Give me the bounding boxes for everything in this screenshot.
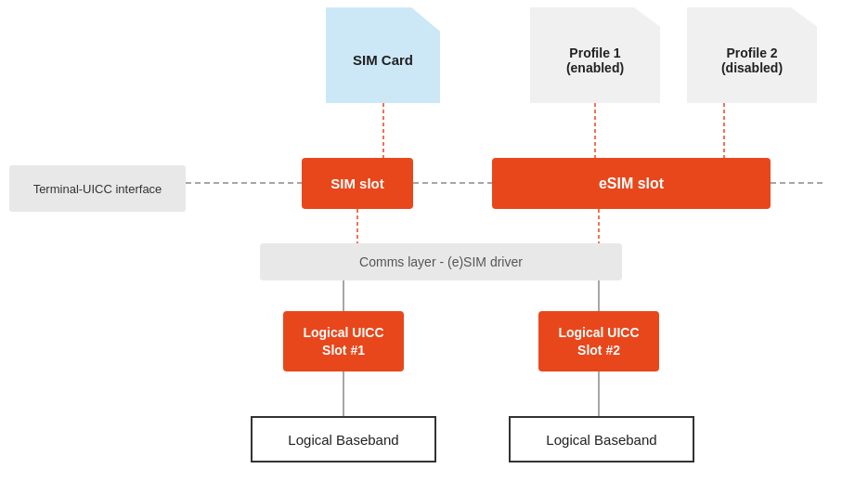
profile2-box: Profile 2(disabled) xyxy=(687,7,817,103)
sim-slot-box: SIM slot xyxy=(302,158,413,209)
logical-uicc-1-box: Logical UICCSlot #1 xyxy=(283,311,404,371)
comms-layer-label: Comms layer - (e)SIM driver xyxy=(359,254,523,269)
logical-baseband-1-label: Logical Baseband xyxy=(288,432,398,448)
logical-baseband-2-label: Logical Baseband xyxy=(546,432,656,448)
profile2-label: Profile 2(disabled) xyxy=(721,46,783,75)
logical-uicc-1-label: Logical UICCSlot #1 xyxy=(303,324,383,358)
esim-slot-box: eSIM slot xyxy=(492,158,771,209)
esim-slot-label: eSIM slot xyxy=(599,176,664,192)
logical-baseband-2-box: Logical Baseband xyxy=(509,416,694,462)
diagram-container: SIM Card Profile 1(enabled) Profile 2(di… xyxy=(0,0,868,482)
terminal-uicc-box: Terminal-UICC interface xyxy=(9,165,186,212)
sim-card-box: SIM Card xyxy=(326,7,440,103)
comms-layer-box: Comms layer - (e)SIM driver xyxy=(260,243,622,280)
logical-uicc-2-box: Logical UICCSlot #2 xyxy=(538,311,659,371)
logical-baseband-1-box: Logical Baseband xyxy=(251,416,436,462)
terminal-uicc-label: Terminal-UICC interface xyxy=(33,182,162,196)
profile1-box: Profile 1(enabled) xyxy=(530,7,660,103)
profile1-label: Profile 1(enabled) xyxy=(566,46,624,75)
logical-uicc-2-label: Logical UICCSlot #2 xyxy=(558,324,639,358)
sim-card-label: SIM Card xyxy=(353,52,413,68)
sim-slot-label: SIM slot xyxy=(330,176,384,191)
